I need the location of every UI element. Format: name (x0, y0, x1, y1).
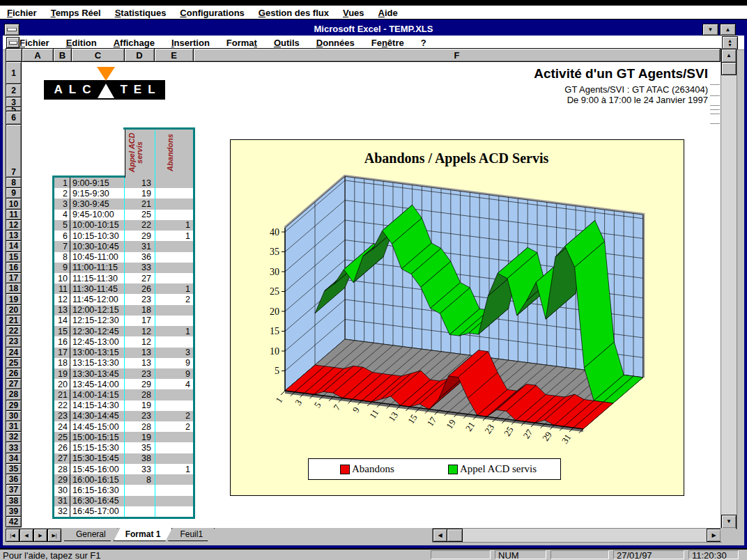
excel-menu-format[interactable]: Format (226, 38, 257, 48)
table-row[interactable]: 49:45-10:0025 (52, 210, 194, 220)
table-row[interactable]: 2815:45-16:00331 (52, 464, 194, 474)
column-header-B[interactable]: B (54, 48, 72, 62)
table-row[interactable]: 2013:45-14:00294 (52, 379, 194, 389)
table-row[interactable]: 1913:30-13:45239 (52, 368, 194, 379)
row-header-30[interactable]: 30 (6, 411, 22, 421)
table-row[interactable]: 2715:30-15:4538 (52, 453, 194, 464)
row-header-29[interactable]: 29 (6, 400, 22, 411)
row-header-18[interactable]: 18 (6, 283, 22, 294)
column-header-C[interactable]: C (72, 48, 125, 62)
control-menu-button[interactable] (4, 24, 20, 36)
document-control-menu-button[interactable] (6, 37, 20, 48)
row-header-10[interactable]: 10 (6, 199, 22, 209)
excel-menu-insertion[interactable]: Insertion (171, 38, 210, 48)
table-row[interactable]: 1512:30-12:45121 (52, 326, 194, 336)
row-header-26[interactable]: 26 (6, 368, 22, 379)
row-header-22[interactable]: 22 (6, 326, 22, 336)
table-row[interactable]: 2314:30-14:45232 (52, 411, 194, 421)
row-header-2[interactable]: 2 (6, 84, 22, 98)
vertical-scrollbar[interactable] (721, 48, 737, 529)
app-menu-configurations[interactable]: Configurations (173, 8, 251, 18)
row-header-37[interactable]: 37 (6, 485, 22, 495)
excel-menu-fichier[interactable]: Fichier (20, 38, 49, 48)
row-header-19[interactable]: 19 (6, 294, 22, 304)
excel-menu-affichage[interactable]: Affichage (114, 38, 155, 48)
table-row[interactable]: 1211:45-12:00232 (52, 294, 194, 304)
app-menu-fichier[interactable]: Fichier (0, 8, 44, 18)
table-row[interactable]: 39:30-9:4521 (52, 199, 194, 209)
app-menu-gestion-des-flux[interactable]: Gestion des flux (252, 8, 336, 18)
table-row[interactable]: 1612:45-13:0012 (52, 336, 194, 347)
excel-titlebar[interactable]: Microsoft Excel - TEMP.XLS (3, 22, 744, 36)
horizontal-scrollbar[interactable] (432, 528, 722, 543)
sheet-tab-general[interactable]: General (64, 528, 118, 541)
row-header-1[interactable]: 1 (6, 62, 22, 84)
excel-menu-outils[interactable]: Outils (274, 38, 300, 48)
table-row[interactable]: 610:15-10:30291 (52, 231, 194, 241)
scroll-up-button[interactable]: ▲ (721, 49, 737, 63)
row-header-27[interactable]: 27 (6, 379, 22, 389)
table-row[interactable]: 911:00-11:1533 (52, 263, 194, 273)
sheet-tab-format-1[interactable]: Format 1 (114, 528, 173, 541)
app-menu-aide[interactable]: Aide (371, 8, 405, 18)
tab-scroll-last[interactable]: ▶| (47, 529, 61, 542)
row-header-36[interactable]: 36 (6, 474, 22, 485)
table-row[interactable]: 1713:00-13:15133 (52, 348, 194, 358)
table-row[interactable]: 1111:30-11:45261 (52, 283, 194, 294)
table-row[interactable]: 2114:00-14:1528 (52, 389, 194, 400)
excel-menu-edition[interactable]: Edition (66, 38, 97, 48)
select-all-button[interactable] (6, 48, 22, 62)
row-header-3[interactable]: 3 (6, 98, 22, 107)
row-header-35[interactable]: 35 (6, 464, 22, 474)
scroll-down-button[interactable]: ▼ (721, 515, 737, 529)
table-row[interactable]: 2414:45-15:00282 (52, 421, 194, 432)
row-header-38[interactable]: 38 (6, 496, 22, 506)
row-header-13[interactable]: 13 (6, 231, 22, 241)
table-row[interactable]: 1813:15-13:30139 (52, 358, 194, 368)
column-header-F[interactable]: F (194, 48, 721, 62)
table-row[interactable]: 1412:15-12:3017 (52, 316, 194, 326)
row-header-14[interactable]: 14 (6, 241, 22, 251)
row-header-28[interactable]: 28 (6, 389, 22, 400)
vertical-scroll-thumb[interactable] (721, 62, 737, 75)
table-row[interactable]: 1312:00-12:1518 (52, 305, 194, 316)
excel-menu-donn-es[interactable]: Données (316, 38, 355, 48)
chart-object[interactable]: 5101520253035401357911131517192123252729… (230, 139, 684, 496)
tab-scroll-first[interactable]: |◀ (6, 529, 20, 542)
table-row[interactable]: 2615:15-15:3035 (52, 442, 194, 453)
table-row[interactable]: 3216:45-17:00 (52, 506, 194, 517)
table-row[interactable]: 710:30-10:4531 (52, 241, 194, 251)
row-header-21[interactable]: 21 (6, 316, 22, 326)
table-row[interactable]: 3116:30-16:45 (52, 496, 194, 506)
row-header-16[interactable]: 16 (6, 263, 22, 273)
table-row[interactable]: 2214:15-14:3019 (52, 400, 194, 411)
row-header-32[interactable]: 32 (6, 432, 22, 442)
row-header-11[interactable]: 11 (6, 210, 22, 220)
chart-legend[interactable]: AbandonsAppel ACD servis (308, 458, 561, 480)
maximize-button[interactable]: ▲ (720, 24, 736, 36)
sheet-tab-feuil1[interactable]: Feuil1 (168, 528, 215, 541)
row-header-39[interactable]: 39 (6, 506, 22, 517)
scroll-right-button[interactable]: ▶ (707, 529, 721, 542)
excel-menu-fen-tre[interactable]: Fenêtre (371, 38, 404, 48)
row-header-25[interactable]: 25 (6, 358, 22, 368)
row-header-12[interactable]: 12 (6, 220, 22, 231)
app-menu-statistiques[interactable]: Statistiques (108, 8, 174, 18)
minimize-button[interactable]: ▼ (702, 24, 718, 36)
table-row[interactable]: 3016:15-16:30 (52, 485, 194, 495)
table-row[interactable]: 2515:00-15:1519 (52, 432, 194, 442)
excel-menu-?[interactable]: ? (421, 38, 426, 48)
row-header-17[interactable]: 17 (6, 273, 22, 283)
tab-scroll-next[interactable]: ▶ (33, 529, 47, 542)
tab-scroll-prev[interactable]: ◀ (20, 529, 33, 542)
table-row[interactable]: 2916:00-16:158 (52, 474, 194, 485)
column-header-D[interactable]: D (125, 48, 155, 62)
row-header-6[interactable]: 6 (6, 111, 22, 125)
table-row[interactable]: 810:45-11:0036 (52, 252, 194, 263)
app-menu-vues[interactable]: Vues (336, 8, 371, 18)
app-menu-temps-r-el[interactable]: Temps Réel (44, 8, 108, 18)
table-row[interactable]: 1011:15-11:3027 (52, 273, 194, 283)
row-header-33[interactable]: 33 (6, 442, 22, 453)
row-header-24[interactable]: 24 (6, 348, 22, 358)
scroll-left-button[interactable]: ◀ (433, 529, 447, 542)
